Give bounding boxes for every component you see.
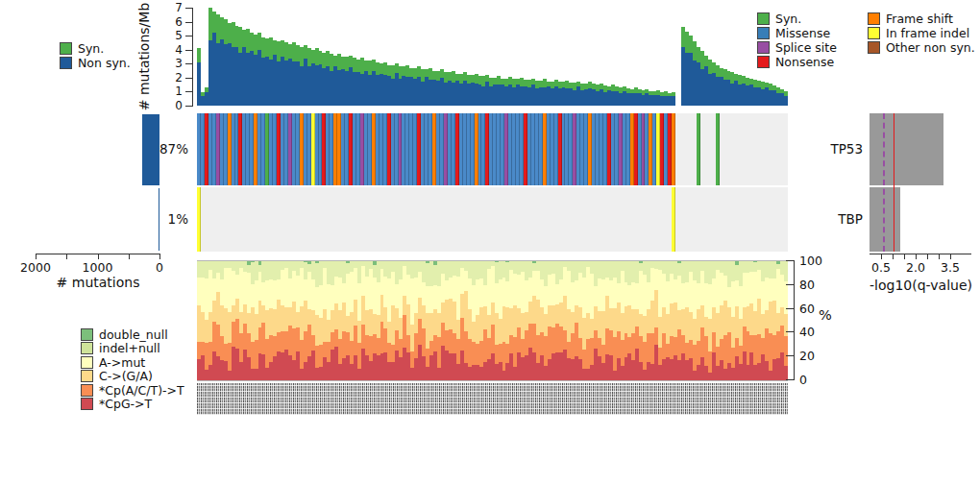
- gene-label-tbp: TBP: [813, 211, 863, 227]
- tbp-percent-label: 1%: [144, 211, 188, 227]
- qvalue-tick-mark: [927, 254, 928, 259]
- rate-tick-label: 2: [161, 71, 183, 85]
- mutation-count-tick-mark: [159, 254, 160, 259]
- rate-tick-mark: [185, 106, 192, 107]
- qvalue-tick-mark: [950, 254, 951, 259]
- in-frame-indel-swatch-icon: [868, 27, 880, 39]
- category-segment-*Cp(A/C/T)->T: [784, 336, 788, 366]
- rate-tick-label: 7: [161, 1, 183, 14]
- mutation-count-tick-mark: [98, 254, 99, 259]
- mutation-count-tick-label: 1000: [77, 260, 119, 274]
- percent-tick-mark: [786, 308, 794, 309]
- category-bar: [784, 261, 788, 380]
- qvalue-tick-label: 3.5: [929, 260, 971, 274]
- missense-swatch-icon: [757, 27, 770, 39]
- rate-tick-label: 1: [161, 85, 183, 98]
- double-null-swatch-icon: [81, 328, 93, 341]
- category-segment-A->mut: [784, 281, 788, 314]
- comut-figure: # mutations/Mb Syn. Non syn. Syn. Missen…: [0, 0, 980, 484]
- rate-tick-mark: [185, 22, 192, 23]
- legend-item-a-mut: A->mut: [81, 356, 184, 368]
- legend-label: *CpG->T: [99, 397, 152, 411]
- indel-null-swatch-icon: [81, 342, 93, 354]
- legend-item-c-ga: C->(G/A): [81, 371, 184, 382]
- c-ga-swatch-icon: [81, 370, 93, 382]
- legend-item-syn: Syn.: [60, 42, 131, 54]
- mutation-count-tick-mark: [129, 254, 130, 259]
- category-segment-*CpG->T: [784, 366, 788, 380]
- percent-tick-label: 80: [799, 278, 828, 291]
- percent-tick-label: 40: [799, 325, 828, 338]
- rate-tick-mark: [185, 36, 192, 36]
- rate-tick-label: 3: [161, 57, 183, 70]
- tp53-qvalue-bar: [870, 113, 943, 185]
- qvalue-tick-mark: [881, 254, 882, 259]
- percent-tick-mark: [786, 355, 794, 356]
- percent-tick-label: 20: [799, 349, 828, 362]
- rate-tick-mark: [185, 63, 192, 64]
- rate-y-axis-line: [192, 8, 193, 107]
- legend-label: Splice site: [775, 40, 837, 55]
- syn-swatch-icon: [757, 12, 770, 25]
- rate-tick-label: 5: [161, 29, 183, 42]
- nonsyn-segment: [784, 96, 788, 106]
- gene-label-tp53: TP53: [813, 141, 863, 157]
- legend-item-frame-shift: Frame shift: [868, 12, 975, 24]
- mutation-rate-bar-chart: [197, 8, 788, 106]
- qvalue-axis-line: [870, 254, 971, 254]
- percent-tick-label: 60: [799, 302, 828, 315]
- sample-stripe-empty: [784, 187, 788, 252]
- legend-item-nonsyn: Non syn.: [60, 57, 131, 68]
- percent-axis-line: [794, 260, 795, 380]
- qvalue-tick-mark: [893, 254, 894, 259]
- nonsense-swatch-icon: [757, 56, 770, 68]
- rate-tick-mark: [185, 50, 192, 51]
- sample-labels-illegible: [197, 383, 788, 415]
- legend-item-cpg-t: *CpG->T: [81, 399, 184, 410]
- mutation-count-axis-label: # mutations: [36, 275, 160, 290]
- legend-item-in-frame-indel: In frame indel: [868, 27, 975, 38]
- sample-stripe-empty: [784, 113, 788, 185]
- legend-item-missense: Missense: [757, 27, 837, 38]
- legend-label: A->mut: [99, 355, 145, 370]
- legend-item-syn: Syn.: [757, 12, 837, 24]
- percent-tick-mark: [786, 331, 794, 332]
- legend-item-indel-null: indel+null: [81, 343, 184, 354]
- legend-item-splice-site: Splice site: [757, 41, 837, 53]
- cpx-t-swatch-icon: [81, 384, 93, 397]
- legend-item-double-null: double_null: [81, 328, 184, 340]
- rate-tick-mark: [185, 78, 192, 79]
- rate-tick-mark: [185, 8, 192, 9]
- a-mut-swatch-icon: [81, 356, 93, 369]
- rate-legend: Syn. Non syn.: [60, 42, 131, 68]
- percent-tick-mark: [786, 260, 794, 261]
- legend-label: Frame shift: [886, 12, 953, 26]
- mutation-count-tick-label: 0: [138, 260, 181, 274]
- cpg-t-swatch-icon: [81, 398, 93, 410]
- legend-label: Non syn.: [78, 56, 131, 70]
- nonsyn-swatch-icon: [60, 57, 72, 69]
- legend-label: double_null: [99, 327, 168, 342]
- percent-tick-label: 100: [799, 254, 828, 267]
- legend-label: Syn.: [78, 41, 104, 56]
- percent-tick-mark: [786, 284, 794, 285]
- oncoprint-row-tp53: [197, 113, 788, 185]
- legend-item-cpx-t: *Cp(A/C/T)->T: [81, 384, 184, 396]
- mutation-count-tick-mark: [36, 254, 37, 259]
- rate-tick-label: 4: [161, 43, 183, 57]
- category-segment-C->(G/A): [784, 314, 788, 336]
- nonsyn-segment: [672, 96, 675, 106]
- qvalue-axis-label: -log10(q-value): [846, 278, 980, 293]
- legend-label: Other non syn.: [886, 40, 975, 55]
- legend-label: Missense: [775, 26, 830, 40]
- syn-swatch-icon: [60, 42, 72, 55]
- legend-label: C->(G/A): [99, 369, 153, 383]
- mutation-category-stacked-chart: [197, 260, 788, 381]
- legend-item-other-non-syn: Other non syn.: [868, 41, 975, 53]
- mutation-type-legend-col1: Syn. Missense Splice site Nonsense: [757, 12, 837, 67]
- legend-label: indel+null: [99, 341, 160, 355]
- splice-site-swatch-icon: [757, 41, 770, 54]
- oncoprint-row-tbp: [197, 187, 788, 252]
- qvalue-threshold-solid-line: [894, 113, 894, 252]
- category-segment-indel+null: [784, 261, 788, 281]
